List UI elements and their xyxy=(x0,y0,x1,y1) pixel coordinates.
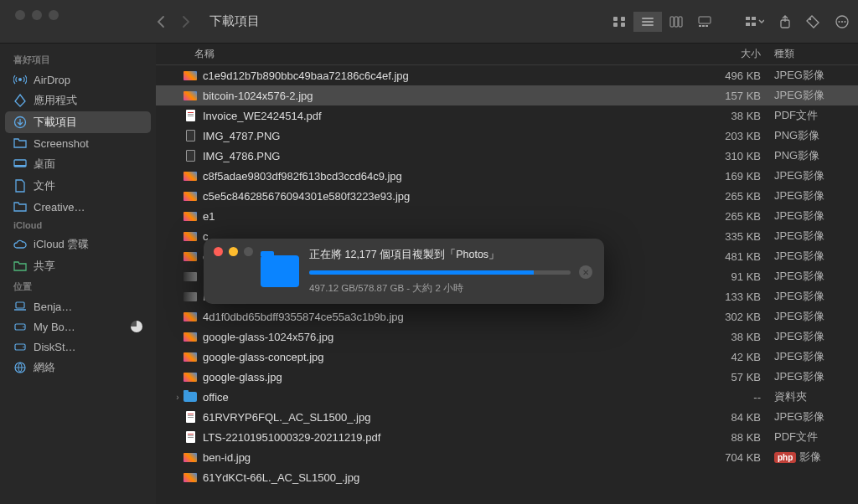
progress-close-button[interactable] xyxy=(214,247,223,256)
airdrop-icon xyxy=(13,73,27,86)
file-icon xyxy=(183,170,198,182)
column-header-size[interactable]: 大小 xyxy=(687,47,771,61)
file-icon xyxy=(183,210,198,222)
file-icon xyxy=(183,311,198,322)
tags-button[interactable] xyxy=(806,15,819,28)
file-size: 133 KB xyxy=(687,291,771,303)
column-view-button[interactable] xyxy=(662,12,690,32)
sidebar-item[interactable]: Creative… xyxy=(5,197,151,217)
disclosure-triangle-icon[interactable]: › xyxy=(173,393,183,402)
svg-rect-28 xyxy=(16,302,24,308)
file-row[interactable]: c5e5c846285676094301e580f3223e93.jpg265 … xyxy=(156,186,858,206)
list-view-button[interactable] xyxy=(633,12,662,32)
progress-minimize-button[interactable] xyxy=(229,247,238,256)
file-row[interactable]: e1265 KBJPEG影像 xyxy=(156,206,858,226)
sidebar-item-label: 應用程式 xyxy=(34,93,77,108)
svg-rect-3 xyxy=(621,23,625,27)
sidebar: 喜好項目AirDrop應用程式下載項目Screenshot桌面文件Creativ… xyxy=(0,44,156,504)
icon-view-button[interactable] xyxy=(605,12,633,32)
share-button[interactable] xyxy=(779,15,791,28)
file-row[interactable]: IMG_4786.PNG310 KBPNG影像 xyxy=(156,146,858,166)
file-row[interactable]: Invoice_WE2424514.pdf38 KBPDF文件 xyxy=(156,105,858,126)
column-header-name[interactable]: 名稱 xyxy=(194,47,687,61)
file-size: 169 KB xyxy=(687,170,771,183)
file-name: IMG_4787.PNG xyxy=(203,130,687,142)
file-icon xyxy=(183,270,198,282)
file-size: 704 KB xyxy=(687,451,771,464)
file-icon xyxy=(183,371,198,383)
file-row[interactable]: 61YdKCt-66L._AC_SL1500_.jpg xyxy=(156,467,858,487)
file-kind: PDF文件 xyxy=(771,108,858,123)
downloads-icon xyxy=(13,116,27,129)
file-row[interactable]: google-glass.jpg57 KBJPEG影像 xyxy=(156,367,858,387)
file-row[interactable]: google-glass-concept.jpg42 KBJPEG影像 xyxy=(156,347,858,367)
file-kind: JPEG影像 xyxy=(771,369,858,384)
sidebar-item[interactable]: 應用程式 xyxy=(5,90,151,111)
svg-rect-13 xyxy=(706,25,708,27)
file-size: 265 KB xyxy=(687,210,771,223)
file-row[interactable]: c8f5adae9803df982f613bcd3ccd64c9.jpg169 … xyxy=(156,166,858,186)
file-row[interactable]: ›office--資料夾 xyxy=(156,387,858,407)
more-button[interactable] xyxy=(835,15,850,28)
sidebar-item-label: DiskSt… xyxy=(34,341,76,353)
svg-point-32 xyxy=(23,347,24,348)
file-kind: PNG影像 xyxy=(771,128,858,143)
folder-icon xyxy=(261,255,299,287)
gallery-view-button[interactable] xyxy=(690,12,719,32)
disk-usage-pie-icon xyxy=(131,321,142,332)
file-row[interactable]: google-glass-1024x576.jpg38 KBJPEG影像 xyxy=(156,327,858,347)
sidebar-item-label: 共享 xyxy=(34,259,55,274)
file-row[interactable]: bitcoin-1024x576-2.jpg157 KBJPEG影像 xyxy=(156,85,858,105)
file-row[interactable]: 61RVRYP6FQL._AC_SL1500_.jpg84 KBJPEG影像 xyxy=(156,407,858,427)
sidebar-item[interactable]: AirDrop xyxy=(5,69,151,90)
cancel-copy-button[interactable]: ✕ xyxy=(579,265,592,279)
copy-progress-window: 正在將 12,177 個項目複製到「Photos」 ✕ 497.12 GB/57… xyxy=(204,239,604,304)
sidebar-item-label: Creative… xyxy=(34,201,85,213)
file-icon xyxy=(183,250,198,262)
sidebar-item-label: Benja… xyxy=(34,301,72,313)
svg-point-21 xyxy=(838,20,840,22)
file-name: 61RVRYP6FQL._AC_SL1500_.jpg xyxy=(203,411,687,424)
file-row[interactable]: c1e9d12b7b890bbc49baa72186c6c4ef.jpg496 … xyxy=(156,65,858,85)
file-row[interactable]: IMG_4787.PNG203 KBPNG影像 xyxy=(156,126,858,146)
file-kind: php影像 xyxy=(771,450,858,465)
toolbar: 下載項目 xyxy=(0,0,858,44)
sidebar-item[interactable]: 桌面 xyxy=(5,153,151,175)
file-size: 38 KB xyxy=(687,331,771,343)
sidebar-item[interactable]: 文件 xyxy=(5,175,151,197)
file-kind: JPEG影像 xyxy=(771,208,858,224)
sidebar-item[interactable]: My Bo… xyxy=(5,316,151,337)
file-size: 88 KB xyxy=(687,431,771,444)
column-header-kind[interactable]: 種類 xyxy=(771,47,858,61)
svg-rect-6 xyxy=(642,24,654,26)
file-row[interactable]: 4d1f0dbd65bdff9355874ce55a3c1b9b.jpg302 … xyxy=(156,306,858,327)
svg-rect-9 xyxy=(679,17,682,27)
sidebar-item[interactable]: DiskSt… xyxy=(5,337,151,357)
sidebar-item[interactable]: 下載項目 xyxy=(5,111,151,133)
file-icon xyxy=(183,291,198,302)
file-row[interactable]: LTS-22101951000329-20211219.pdf88 KBPDF文… xyxy=(156,427,858,447)
network-icon xyxy=(13,361,27,374)
back-button[interactable] xyxy=(156,15,166,28)
file-row[interactable]: ben-id.jpg704 KBphp影像 xyxy=(156,447,858,467)
zoom-window-button[interactable] xyxy=(49,10,59,20)
group-by-button[interactable] xyxy=(746,16,764,28)
file-size: 265 KB xyxy=(687,190,771,203)
forward-button[interactable] xyxy=(181,15,191,28)
file-name: LTS-22101951000329-20211219.pdf xyxy=(203,431,687,444)
sidebar-item[interactable]: Benja… xyxy=(5,296,151,316)
cloud-icon xyxy=(13,238,27,251)
file-kind: JPEG影像 xyxy=(771,88,858,103)
sidebar-item[interactable]: Screenshot xyxy=(5,133,151,153)
svg-rect-12 xyxy=(702,25,705,27)
file-icon xyxy=(183,230,198,242)
folder-icon xyxy=(13,200,27,213)
sidebar-item[interactable]: iCloud 雲碟 xyxy=(5,234,151,255)
file-size: 335 KB xyxy=(687,230,771,243)
sidebar-item[interactable]: 共享 xyxy=(5,255,151,277)
file-icon xyxy=(183,451,198,463)
sidebar-item[interactable]: 網絡 xyxy=(5,357,151,378)
close-window-button[interactable] xyxy=(15,10,25,20)
svg-rect-27 xyxy=(14,165,26,167)
minimize-window-button[interactable] xyxy=(32,10,42,20)
